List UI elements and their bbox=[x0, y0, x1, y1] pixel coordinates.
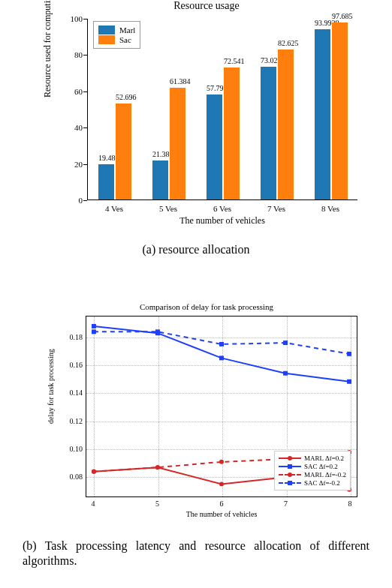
legend-swatch-marl bbox=[98, 26, 115, 34]
ytick: 40 bbox=[74, 123, 83, 132]
caption-b: (b) Task processing latency and resource… bbox=[23, 538, 369, 568]
bar-marl-4: 93.9938 bbox=[315, 29, 330, 200]
xtick: 8 bbox=[348, 500, 352, 508]
svg-rect-17 bbox=[219, 342, 224, 346]
svg-point-2 bbox=[219, 482, 224, 486]
ytick: 0.14 bbox=[70, 388, 83, 397]
xtick: 8 Ves bbox=[321, 204, 339, 213]
legend-label: SAC Δf=-0.2 bbox=[304, 479, 340, 487]
xtick: 7 Ves bbox=[267, 204, 285, 213]
bar-marl-0: 19.4815 bbox=[98, 164, 114, 200]
legend-line-icon bbox=[279, 466, 301, 467]
chart-b-plot-area: MARL Δf=0.2SAC Δf=0.2MARL Δf=-0.2SAC Δf=… bbox=[86, 316, 357, 497]
svg-rect-19 bbox=[347, 352, 351, 356]
svg-point-12 bbox=[219, 460, 224, 464]
ytick: 0.18 bbox=[70, 332, 83, 340]
legend-entry: MARL Δf=0.2 bbox=[279, 454, 346, 462]
chart-b-xlabel: The number of vehicles bbox=[86, 510, 357, 518]
svg-rect-8 bbox=[283, 371, 288, 376]
xtick: 6 Ves bbox=[213, 204, 231, 213]
chart-a-title: Resource usage bbox=[45, 0, 368, 12]
bar-label: 72.541 bbox=[224, 57, 240, 65]
chart-a-xaxis: The number of vehicles 4 Ves5 Ves6 Ves7 … bbox=[87, 200, 357, 226]
chart-b-yaxis: 0.080.100.120.140.160.18 bbox=[45, 316, 86, 497]
xtick: 5 Ves bbox=[159, 204, 177, 213]
xtick: 7 bbox=[284, 500, 288, 508]
legend-line-icon bbox=[279, 474, 301, 476]
bar-label: 93.9938 bbox=[315, 19, 330, 27]
bar-label: 52.696 bbox=[116, 93, 131, 101]
svg-point-11 bbox=[155, 465, 160, 470]
svg-rect-7 bbox=[219, 356, 224, 360]
bar-marl-3: 73.0239 bbox=[261, 67, 276, 200]
bar-marl-1: 21.385 bbox=[152, 160, 168, 200]
bar-label: 82.625 bbox=[278, 39, 294, 47]
svg-rect-9 bbox=[347, 380, 351, 384]
bar-label: 61.384 bbox=[170, 77, 185, 86]
bar-sac-2: 72.541 bbox=[224, 68, 240, 200]
chart-b-title: Comparison of delay for task processing bbox=[45, 302, 368, 311]
chart-b-xaxis: The number of vehicles 45678 bbox=[86, 497, 357, 521]
ytick: 60 bbox=[74, 87, 83, 96]
ytick: 0.08 bbox=[70, 472, 83, 481]
bar-label: 19.4815 bbox=[98, 154, 114, 162]
bar-sac-3: 82.625 bbox=[278, 50, 294, 200]
line-chart-delay: Comparison of delay for task processing … bbox=[45, 304, 368, 521]
legend-line-icon bbox=[279, 458, 301, 459]
legend-label: MARL Δf=0.2 bbox=[304, 454, 344, 462]
chart-a-yaxis: 020406080100 bbox=[45, 19, 87, 200]
xtick: 4 bbox=[92, 500, 95, 508]
legend-label-marl: Marl bbox=[119, 26, 135, 34]
legend-label-sac: Sac bbox=[119, 35, 131, 44]
bar-marl-2: 57.7939 bbox=[207, 94, 222, 200]
legend-swatch-sac bbox=[98, 35, 115, 44]
xtick: 5 bbox=[155, 500, 159, 508]
bar-label: 21.385 bbox=[152, 150, 168, 158]
bar-sac-0: 52.696 bbox=[116, 104, 131, 200]
chart-b-legend: MARL Δf=0.2SAC Δf=0.2MARL Δf=-0.2SAC Δf=… bbox=[274, 451, 351, 490]
svg-point-10 bbox=[92, 470, 96, 474]
bar-sac-1: 61.384 bbox=[170, 88, 185, 200]
legend-entry: MARL Δf=-0.2 bbox=[279, 471, 346, 478]
ytick: 100 bbox=[71, 14, 83, 23]
bar-label: 73.0239 bbox=[261, 56, 276, 64]
svg-rect-18 bbox=[283, 340, 288, 345]
ytick: 0.10 bbox=[70, 444, 83, 452]
bar-sac-4: 97.685 bbox=[332, 22, 348, 200]
xtick: 6 bbox=[220, 500, 224, 508]
svg-rect-5 bbox=[92, 324, 96, 328]
legend-label: MARL Δf=-0.2 bbox=[304, 471, 346, 478]
ytick: 0.12 bbox=[70, 416, 83, 424]
ytick: 80 bbox=[74, 50, 83, 59]
xtick: 4 Ves bbox=[105, 204, 123, 213]
bar-chart-resource-usage: Resource usage Resource used for computi… bbox=[45, 8, 368, 225]
caption-a: (a) resource allocation bbox=[0, 243, 392, 256]
ytick: 20 bbox=[74, 160, 83, 169]
chart-a-legend: Marl Sac bbox=[93, 21, 140, 49]
legend-entry: SAC Δf=0.2 bbox=[279, 463, 346, 470]
svg-rect-15 bbox=[92, 329, 96, 334]
bar-label: 57.7939 bbox=[207, 84, 222, 92]
ytick: 0.16 bbox=[70, 361, 83, 369]
chart-a-xlabel: The number of vehicles bbox=[87, 215, 357, 226]
legend-line-icon bbox=[279, 482, 301, 484]
svg-rect-16 bbox=[155, 329, 160, 334]
legend-label: SAC Δf=0.2 bbox=[304, 463, 338, 470]
bar-label: 97.685 bbox=[332, 12, 348, 20]
legend-entry: SAC Δf=-0.2 bbox=[279, 479, 346, 487]
ytick: 0 bbox=[79, 196, 83, 205]
